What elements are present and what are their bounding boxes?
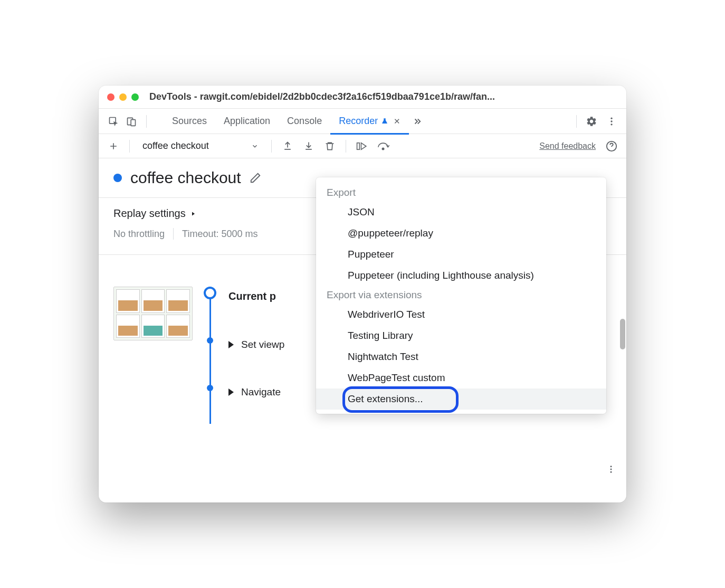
tab-label: Application (224, 116, 270, 127)
export-dropdown: Export JSON @puppeteer/replay Puppeteer … (316, 177, 606, 414)
new-recording-icon[interactable] (105, 138, 122, 155)
edit-title-icon[interactable] (250, 172, 261, 184)
dropdown-item-label: @puppeteer/replay (348, 227, 433, 239)
export-testing-library[interactable]: Testing Library (316, 325, 606, 346)
step-label: Current p (228, 290, 276, 302)
export-puppeteer-lighthouse[interactable]: Puppeteer (including Lighthouse analysis… (316, 265, 606, 286)
experiment-icon (381, 117, 388, 126)
step-over-icon[interactable] (375, 138, 392, 155)
close-window-button[interactable] (107, 93, 115, 101)
dropdown-item-label: Puppeteer (including Lighthouse analysis… (348, 270, 534, 281)
inspect-element-icon[interactable] (105, 113, 122, 130)
maximize-window-button[interactable] (131, 93, 139, 101)
tab-console[interactable]: Console (279, 109, 330, 134)
separator (271, 140, 272, 153)
export-section-label: Export (316, 184, 606, 202)
dropdown-item-label: WebdriverIO Test (348, 309, 425, 320)
titlebar: DevTools - rawgit.com/ebidel/2d2bb0cdec3… (99, 86, 626, 109)
tab-label: Sources (172, 116, 207, 127)
export-icon[interactable] (279, 138, 296, 155)
svg-point-3 (610, 117, 612, 119)
separator (146, 115, 147, 128)
close-tab-icon[interactable]: ✕ (394, 117, 400, 126)
export-extensions-section-label: Export via extensions (316, 286, 606, 304)
dropdown-item-label: Nightwatch Test (348, 351, 418, 362)
step-label: Set viewp (241, 339, 284, 350)
svg-point-5 (610, 124, 612, 125)
export-puppeteer[interactable]: Puppeteer (316, 244, 606, 265)
export-webpagetest[interactable]: WebPageTest custom (316, 367, 606, 388)
export-nightwatch[interactable]: Nightwatch Test (316, 346, 606, 367)
svg-point-4 (610, 120, 612, 122)
svg-point-11 (610, 471, 612, 473)
expand-icon (228, 388, 234, 396)
recording-title: coffee checkout (130, 169, 241, 187)
timeline-start-marker (204, 287, 216, 299)
timeout-value: Timeout: 5000 ms (182, 229, 257, 240)
tab-label: Recorder (339, 116, 378, 127)
separator (576, 115, 577, 128)
step-actions-column (606, 464, 616, 502)
svg-rect-2 (131, 119, 135, 126)
device-toolbar-icon[interactable] (123, 113, 140, 130)
export-webdriverio[interactable]: WebdriverIO Test (316, 304, 606, 325)
svg-point-10 (610, 469, 612, 470)
svg-point-9 (610, 466, 612, 467)
chevron-right-icon (190, 210, 196, 217)
tab-label: Console (287, 116, 322, 127)
dropdown-item-label: Testing Library (348, 330, 413, 341)
timeline-dot (207, 385, 213, 391)
delete-icon[interactable] (321, 138, 338, 155)
settings-icon[interactable] (583, 113, 600, 130)
scrollbar-thumb[interactable] (620, 319, 625, 349)
devtools-window: DevTools - rawgit.com/ebidel/2d2bb0cdec3… (99, 86, 626, 502)
window-title: DevTools - rawgit.com/ebidel/2d2bb0cdec3… (149, 91, 495, 102)
throttling-value: No throttling (113, 229, 165, 240)
dropdown-item-label: Get extensions... (348, 393, 423, 404)
replay-settings-label: Replay settings (113, 207, 186, 220)
more-tabs-icon[interactable] (409, 113, 426, 130)
dropdown-item-label: WebPageTest custom (348, 372, 445, 383)
timeline-dot (207, 337, 213, 344)
step-label: Navigate (241, 386, 281, 398)
dropdown-item-label: Puppeteer (348, 249, 394, 260)
recording-indicator-icon (113, 174, 122, 182)
export-json[interactable]: JSON (316, 202, 606, 223)
import-icon[interactable] (300, 138, 317, 155)
recorder-toolbar: coffee checkout Send feedback (99, 134, 626, 158)
separator (173, 228, 174, 240)
step-menu-icon[interactable] (606, 464, 616, 474)
tab-sources[interactable]: Sources (164, 109, 215, 134)
replay-icon[interactable] (354, 138, 370, 155)
separator (346, 140, 346, 153)
timeline-line (209, 293, 211, 424)
traffic-lights (107, 93, 139, 101)
page-thumbnail (113, 287, 193, 340)
svg-point-7 (382, 148, 384, 149)
tabbar: Sources Application Console Recorder ✕ (99, 109, 626, 134)
recording-select-label: coffee checkout (142, 140, 209, 151)
minimize-window-button[interactable] (119, 93, 127, 101)
dropdown-item-label: JSON (348, 206, 375, 217)
send-feedback-link[interactable]: Send feedback (539, 141, 596, 151)
tab-application[interactable]: Application (215, 109, 279, 134)
recording-select[interactable]: coffee checkout (137, 138, 264, 155)
svg-rect-6 (357, 143, 359, 149)
export-puppeteer-replay[interactable]: @puppeteer/replay (316, 223, 606, 244)
help-icon[interactable] (603, 138, 620, 155)
tabs: Sources Application Console Recorder ✕ (164, 109, 426, 134)
separator (129, 140, 130, 153)
expand-icon (228, 341, 234, 348)
tab-recorder[interactable]: Recorder ✕ (330, 109, 409, 134)
chevron-down-icon (251, 143, 259, 150)
export-get-extensions[interactable]: Get extensions... (316, 388, 606, 410)
more-menu-icon[interactable] (603, 113, 620, 130)
